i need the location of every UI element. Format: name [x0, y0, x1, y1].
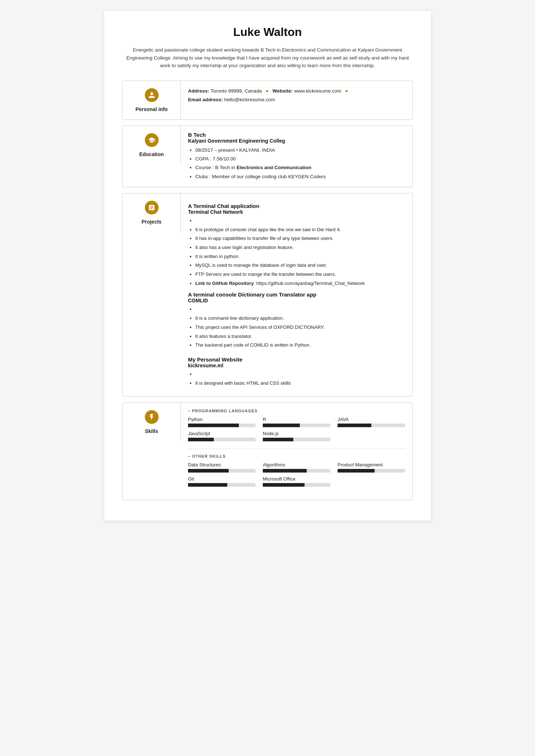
project1-list: It is prototype of console chat apps lik… [188, 216, 405, 288]
other-skills-grid: Data Structures Algorithms Product Manag… [188, 462, 405, 487]
skill-javascript-bar [188, 438, 256, 441]
skill-java-fill [338, 424, 371, 427]
project1-bullet0 [195, 216, 405, 225]
skill-mso-fill [263, 483, 305, 487]
project2-bullet1: It is a command line dictionary applicat… [195, 314, 405, 323]
project1-bullet1: It is prototype of console chat apps lik… [195, 225, 405, 234]
programming-label: – PROGRAMMING LANGUAGES [188, 409, 405, 413]
skill-mso-name: Microsoft Office [263, 476, 330, 482]
skill-git-fill [188, 483, 227, 487]
edu-details-list: 08/2017 – present • KALYANI, INDIA CGPA … [188, 146, 405, 181]
summary-text: Energetic and passionate college student… [122, 46, 413, 70]
address-label: Address: [188, 88, 209, 94]
education-section: Education B Tech Kalyani Government Engi… [122, 126, 413, 187]
edu-detail-3: Clubs : Member of our college coding clu… [195, 172, 405, 181]
edu-detail-2: Course : B Tech in Electronics and Commu… [195, 163, 405, 172]
skill-java-name: JAVA [338, 417, 405, 422]
education-content: B Tech Kalyani Government Engineering Co… [181, 126, 412, 187]
skill-pm-bar [338, 469, 405, 473]
personal-info-line1: Address: Toronto 99999, Canada Website: … [188, 87, 405, 95]
projects-title: Projects [142, 219, 162, 225]
personal-info-line2: Email address: hello@kickresume.com [188, 95, 405, 104]
education-left: Education [123, 126, 181, 164]
edu-degree: B Tech [188, 132, 405, 138]
email-label: Email address: [188, 97, 223, 102]
project2-title: A terminal console Dictionary cum Transl… [188, 291, 405, 298]
skill-algo-bar [263, 469, 330, 473]
skill-python-name: Python [188, 417, 256, 422]
project3-bullet0 [195, 370, 405, 379]
skill-nodejs-bar [263, 438, 330, 441]
skill-javascript: JavaScript [188, 431, 256, 441]
skill-java-bar [338, 424, 405, 427]
skill-ds-name: Data Structures [188, 462, 256, 467]
project1-bullet4: It is written in python. [195, 252, 405, 261]
projects-icon [145, 201, 159, 214]
project1-bullet2: It has in-app capabilities to transfer f… [195, 234, 405, 243]
skill-algorithms: Algorithms [263, 462, 330, 473]
project1-bullet6: FTP Servers are used to mange the file t… [195, 270, 405, 279]
project2-list: It is a command line dictionary applicat… [188, 305, 405, 350]
personal-info-section: Personal info Address: Toronto 99999, Ca… [122, 81, 413, 120]
project3-bullet1: It is designed with basic HTML and CSS s… [195, 379, 405, 388]
skill-mso-bar [263, 483, 330, 487]
skills-title: Skills [145, 428, 158, 434]
skill-data-structures: Data Structures [188, 462, 256, 473]
skill-python-fill [188, 424, 239, 427]
resume-container: Luke Walton Energetic and passionate col… [104, 11, 431, 520]
skill-pm-name: Product Management [338, 462, 405, 467]
skill-pm-fill [338, 469, 375, 473]
education-icon [145, 133, 159, 147]
skill-git-bar [188, 483, 256, 487]
skills-content: – PROGRAMMING LANGUAGES Python R [181, 403, 412, 500]
project3-title: My Personal Website [188, 356, 405, 363]
projects-left: Projects [123, 193, 181, 232]
project3-subtitle: kickresume.ml [188, 363, 405, 368]
skill-java: JAVA [338, 417, 405, 427]
projects-content: A Terminal Chat application Terminal Cha… [181, 193, 412, 396]
website-value: www.kickresume.com [294, 88, 341, 94]
skill-git: Git [188, 476, 256, 487]
skill-r-name: R [263, 417, 330, 422]
personal-info-content: Address: Toronto 99999, Canada Website: … [181, 81, 412, 110]
skill-nodejs-name: Node.js [263, 431, 330, 436]
project1-bullet5: MySQL is used to manage the database of … [195, 261, 405, 270]
skill-nodejs: Node.js [263, 431, 330, 441]
skill-r: R [263, 417, 330, 427]
skill-javascript-fill [188, 438, 214, 441]
candidate-name: Luke Walton [122, 25, 413, 39]
skill-ds-bar [188, 469, 256, 473]
programming-skills-grid: Python R JAVA [188, 417, 405, 441]
skills-left: Skills [123, 403, 181, 441]
skill-r-bar [263, 424, 330, 427]
skill-python-bar [188, 424, 256, 427]
project1-subtitle: Terminal Chat Network [188, 209, 405, 215]
project2-bullet4: The backend part code of COMLID is writt… [195, 341, 405, 350]
email-value: hello@kickresume.com [224, 97, 275, 102]
skill-git-name: Git [188, 476, 256, 482]
skills-separator [188, 449, 405, 449]
website-label: Website: [273, 88, 293, 94]
skill-python: Python [188, 417, 256, 427]
skill-algo-fill [263, 469, 307, 473]
project2-bullet3: It also features a translator. [195, 332, 405, 341]
personal-info-title: Personal info [135, 106, 168, 112]
edu-detail-1: CGPA : 7.56/10.00 [195, 155, 405, 163]
address-value: Toronto 99999, Canada [211, 88, 262, 94]
skill-nodejs-fill [263, 438, 293, 441]
skills-section: Skills – PROGRAMMING LANGUAGES Python R [122, 402, 413, 500]
skill-r-fill [263, 424, 300, 427]
personal-info-left: Personal info [123, 81, 181, 119]
skills-icon [145, 410, 159, 424]
skill-ms-office: Microsoft Office [263, 476, 330, 487]
other-label: – OTHER SKILLS [188, 454, 405, 458]
project2-subtitle: COMLID [188, 298, 405, 303]
skill-ds-fill [188, 469, 229, 473]
project3-list: It is designed with basic HTML and CSS s… [188, 370, 405, 388]
skill-algo-name: Algorithms [263, 462, 330, 467]
project2-bullet2: This project uses the API Services of OX… [195, 323, 405, 332]
project1-bullet3: It also has a user login and registratio… [195, 243, 405, 252]
edu-detail-0: 08/2017 – present • KALYANI, INDIA [195, 146, 405, 155]
edu-school: Kalyani Government Engineering Colleg [188, 138, 405, 144]
project2-bullet0 [195, 305, 405, 314]
